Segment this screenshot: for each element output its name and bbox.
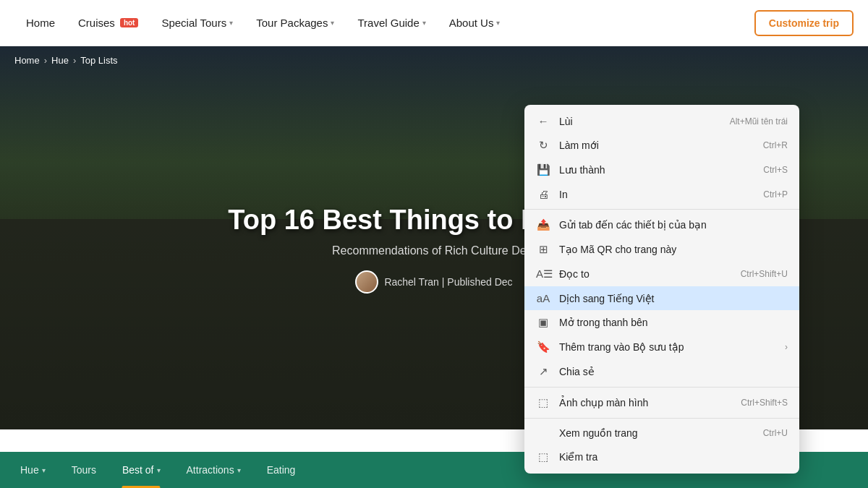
collection-icon: 🔖 (536, 341, 550, 354)
bottom-nav-attractions[interactable]: Attractions ▾ (174, 452, 254, 488)
nav-about-us-label: About Us (449, 17, 494, 29)
breadcrumb: Home › Hue › Top Lists (0, 46, 132, 74)
hero-author-text: Rachel Tran | Published Dec (384, 276, 512, 288)
context-menu-divider (524, 209, 799, 210)
context-menu-label-send-tab: Gửi tab đến các thiết bị của bạn (559, 219, 788, 231)
nav-cruises[interactable]: Cruises hot (67, 0, 150, 46)
context-menu-item-save[interactable]: 💾Lưu thànhCtrl+S (524, 158, 799, 182)
context-menu-label-qr: Tạo Mã QR cho trang này (559, 244, 788, 255)
chevron-down-icon: ▾ (229, 19, 233, 27)
bottom-nav-eating[interactable]: Eating (254, 452, 309, 488)
bottom-nav-tours[interactable]: Tours (59, 452, 109, 488)
context-menu-label-print: In (559, 189, 754, 200)
context-menu-label-share: Chia sẻ (559, 366, 788, 377)
breadcrumb-home[interactable]: Home (14, 55, 40, 66)
qr-icon: ⊞ (536, 243, 550, 256)
context-menu-item-share[interactable]: ↗Chia sẻ (524, 359, 799, 384)
chevron-down-icon: ▾ (237, 466, 241, 474)
context-menu-shortcut-screenshot: Ctrl+Shift+S (741, 398, 788, 408)
print-icon: 🖨 (536, 188, 550, 200)
context-menu-label-refresh: Làm mới (559, 140, 754, 151)
context-menu-label-view-source: Xem nguồn trang (559, 427, 754, 439)
nav-home-label: Home (26, 17, 55, 29)
context-menu-shortcut-read-aloud: Ctrl+Shift+U (741, 269, 788, 279)
nav-cruises-label: Cruises (78, 17, 115, 29)
breadcrumb-hue[interactable]: Hue (51, 55, 69, 66)
bottom-nav-best-of-label: Best of (122, 464, 154, 476)
bottom-nav-best-of[interactable]: Best of ▾ (109, 452, 174, 488)
context-menu-shortcut-view-source: Ctrl+U (763, 428, 788, 438)
context-menu: ←LùiAlt+Mũi tên trái↻Làm mớiCtrl+R💾Lưu t… (524, 105, 799, 474)
context-menu-item-back[interactable]: ←LùiAlt+Mũi tên trái (524, 109, 799, 133)
refresh-icon: ↻ (536, 139, 550, 152)
chevron-down-icon: ▾ (42, 466, 46, 474)
chevron-down-icon: ▾ (496, 19, 500, 27)
bottom-nav-hue[interactable]: Hue ▾ (7, 452, 59, 488)
bottom-nav-tours-label: Tours (72, 464, 96, 476)
chevron-down-icon: ▾ (331, 19, 334, 27)
back-icon: ← (536, 115, 550, 127)
chevron-down-icon: ▾ (422, 19, 426, 27)
context-menu-item-sidebar[interactable]: ▣Mở trong thanh bên (524, 310, 799, 335)
nav-tour-packages[interactable]: Tour Packages ▾ (244, 0, 346, 46)
context-menu-shortcut-save: Ctrl+S (763, 165, 788, 175)
send-tab-icon: 📤 (536, 218, 550, 231)
context-menu-label-sidebar: Mở trong thanh bên (559, 317, 788, 328)
context-menu-shortcut-back: Alt+Mũi tên trái (730, 116, 788, 127)
context-menu-label-save: Lưu thành (559, 164, 754, 176)
context-menu-item-screenshot[interactable]: ⬚Ảnh chụp màn hìnhCtrl+Shift+S (524, 390, 799, 415)
context-menu-shortcut-print: Ctrl+P (763, 189, 788, 200)
sidebar-icon: ▣ (536, 316, 550, 329)
hot-badge: hot (120, 18, 139, 27)
context-menu-label-back: Lùi (559, 116, 721, 127)
navbar: Home Cruises hot Special Tours ▾ Tour Pa… (0, 0, 868, 46)
nav-travel-guide-label: Travel Guide (357, 17, 419, 29)
screenshot-icon: ⬚ (536, 396, 550, 409)
nav-about-us[interactable]: About Us ▾ (438, 0, 512, 46)
context-menu-label-translate: Dịch sang Tiếng Việt (559, 293, 788, 304)
bottom-nav-attractions-label: Attractions (187, 464, 234, 476)
translate-icon: aA (536, 292, 550, 304)
nav-special-tours[interactable]: Special Tours ▾ (150, 0, 244, 46)
submenu-arrow-icon: › (785, 342, 788, 352)
avatar (355, 270, 378, 294)
read-aloud-icon: A☰ (536, 267, 550, 281)
context-menu-item-refresh[interactable]: ↻Làm mớiCtrl+R (524, 133, 799, 158)
nav-special-tours-label: Special Tours (161, 17, 226, 29)
bottom-nav-hue-label: Hue (20, 464, 39, 476)
customize-trip-button[interactable]: Customize trip (754, 10, 854, 36)
inspect-icon: ⬚ (536, 450, 550, 463)
nav-travel-guide[interactable]: Travel Guide ▾ (346, 0, 437, 46)
nav-home[interactable]: Home (14, 0, 67, 46)
bottom-nav-eating-label: Eating (267, 464, 296, 476)
context-menu-item-send-tab[interactable]: 📤Gửi tab đến các thiết bị của bạn (524, 213, 799, 237)
context-menu-item-translate[interactable]: aADịch sang Tiếng Việt (524, 286, 799, 310)
context-menu-divider (524, 418, 799, 419)
chevron-down-icon: ▾ (157, 466, 161, 474)
share-icon: ↗ (536, 365, 550, 378)
nav-tour-packages-label: Tour Packages (256, 17, 328, 29)
context-menu-label-read-aloud: Đọc to (559, 268, 732, 280)
context-menu-item-collection[interactable]: 🔖Thêm trang vào Bộ sưu tập› (524, 335, 799, 359)
context-menu-label-inspect: Kiểm tra (559, 451, 788, 463)
context-menu-item-qr[interactable]: ⊞Tạo Mã QR cho trang này (524, 237, 799, 262)
context-menu-label-collection: Thêm trang vào Bộ sưu tập (559, 341, 776, 353)
context-menu-item-print[interactable]: 🖨InCtrl+P (524, 182, 799, 206)
context-menu-item-view-source[interactable]: Xem nguồn trangCtrl+U (524, 421, 799, 445)
breadcrumb-top-lists: Top Lists (80, 55, 117, 66)
breadcrumb-sep-2: › (73, 55, 76, 66)
context-menu-item-inspect[interactable]: ⬚Kiểm tra (524, 445, 799, 469)
save-icon: 💾 (536, 163, 550, 176)
context-menu-shortcut-refresh: Ctrl+R (763, 140, 788, 150)
context-menu-item-read-aloud[interactable]: A☰Đọc toCtrl+Shift+U (524, 262, 799, 286)
context-menu-label-screenshot: Ảnh chụp màn hình (559, 397, 732, 408)
context-menu-divider (524, 387, 799, 388)
breadcrumb-sep-1: › (44, 55, 47, 66)
